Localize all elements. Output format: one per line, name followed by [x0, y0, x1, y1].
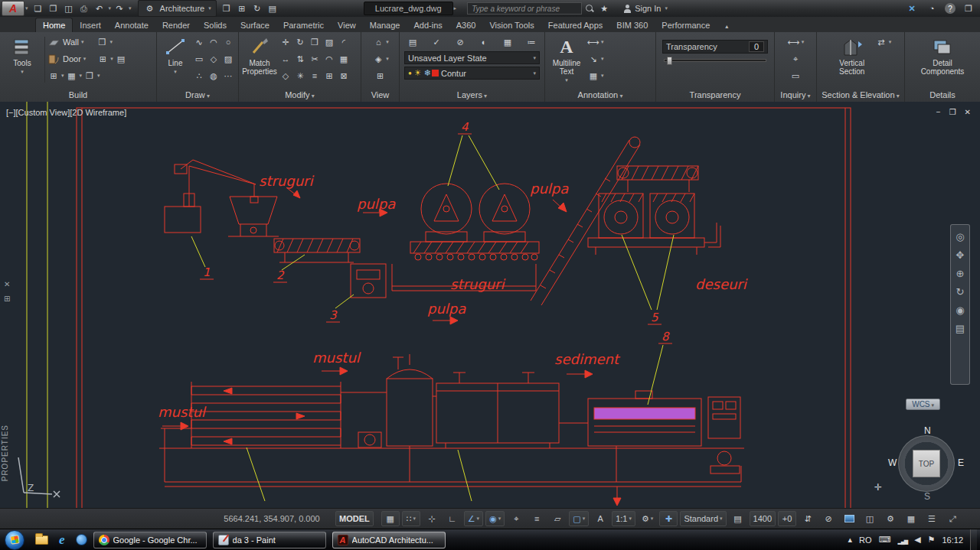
polyline-icon[interactable]: [192, 36, 206, 49]
viewcube-east[interactable]: E: [958, 457, 964, 468]
showmotion-icon[interactable]: [956, 323, 965, 334]
multiline-text-button[interactable]: A Multiline Text ▾: [547, 34, 586, 84]
tab-home[interactable]: Home: [35, 18, 73, 32]
layer-thaw-icon[interactable]: [414, 68, 422, 78]
tab-surface[interactable]: Surface: [234, 18, 276, 32]
move-icon[interactable]: [279, 36, 292, 49]
match-properties-button[interactable]: Match Properties: [240, 34, 279, 84]
settling-tank[interactable]: [433, 373, 559, 448]
properties-palette-icon[interactable]: [266, 2, 279, 15]
viewcube-west[interactable]: W: [888, 457, 897, 468]
label-num-8[interactable]: 8: [662, 330, 670, 343]
selection-cycling-toggle[interactable]: ▾: [569, 511, 589, 526]
taskbar-button-paint[interactable]: da 3 - Paint: [213, 532, 326, 548]
layer-freeze-icon[interactable]: [501, 36, 514, 49]
snap-mode-toggle[interactable]: ▾: [402, 511, 420, 526]
save-icon[interactable]: [62, 2, 76, 15]
door-arrow-icon[interactable]: ▾: [83, 56, 87, 62]
label-pulpa-right[interactable]: pulpa: [530, 181, 569, 197]
tab-a360[interactable]: A360: [449, 18, 483, 32]
dimension-arrow-icon[interactable]: ▾: [601, 39, 604, 45]
table-icon[interactable]: [586, 70, 600, 83]
grid-display-toggle[interactable]: [381, 511, 400, 526]
tab-parametric[interactable]: Parametric: [276, 18, 331, 32]
frame-fold-lines[interactable]: [27, 102, 47, 508]
arc-icon[interactable]: [207, 36, 220, 49]
customization-menu-icon[interactable]: [923, 511, 941, 526]
grid-tool-icon[interactable]: [83, 70, 96, 83]
show-desktop-button[interactable]: [970, 529, 977, 550]
workspace-switch-icon[interactable]: [659, 511, 678, 526]
sync-icon[interactable]: [250, 2, 264, 15]
viewport-scale-button[interactable]: 1:1▾: [612, 511, 635, 526]
area-icon[interactable]: [789, 70, 802, 83]
layer-color-swatch[interactable]: [432, 70, 439, 76]
layer-isolate-icon[interactable]: [477, 36, 491, 49]
document-title-arrow-icon[interactable]: ▸: [454, 5, 457, 11]
model-space-viewport[interactable]: struguri pulpa pulpa struguri pulpa dese…: [0, 102, 980, 508]
hardware-acceleration-icon[interactable]: [840, 511, 858, 526]
layer-properties-icon[interactable]: [406, 36, 420, 49]
ribbon-minimize-button[interactable]: [721, 21, 732, 32]
label-struguri-top[interactable]: struguri: [259, 173, 314, 189]
panel-label-view[interactable]: View: [361, 89, 399, 102]
break-icon[interactable]: [337, 70, 351, 83]
line-button[interactable]: Line ▾: [158, 34, 192, 84]
object-snap-tracking-toggle[interactable]: [507, 511, 525, 526]
array-icon[interactable]: [337, 53, 351, 66]
tab-featured-apps[interactable]: Featured Apps: [541, 18, 610, 32]
object-isolate-icon[interactable]: [861, 511, 879, 526]
ellipse-icon[interactable]: [207, 70, 220, 83]
tab-manage[interactable]: Manage: [363, 18, 407, 32]
window-tool-icon[interactable]: [96, 53, 109, 66]
annotation-offset-button[interactable]: +0: [778, 511, 796, 526]
label-num-2[interactable]: 2: [276, 268, 285, 282]
viewports-icon[interactable]: [374, 70, 387, 83]
settings-gear-icon[interactable]: [881, 511, 900, 526]
bottom-piping[interactable]: [165, 428, 741, 506]
redo-arrow-icon[interactable]: ▾: [129, 5, 132, 11]
layout-icon[interactable]: [220, 2, 234, 15]
model-space-canvas[interactable]: struguri pulpa pulpa struguri pulpa dese…: [0, 102, 980, 508]
ortho-mode-toggle[interactable]: [443, 511, 462, 526]
isolate-objects-icon[interactable]: [819, 511, 838, 526]
space-arrow-icon[interactable]: ▾: [110, 39, 113, 45]
sheetset-icon[interactable]: [235, 2, 249, 15]
layer-combo[interactable]: Contur ▾: [404, 67, 540, 80]
wall-label[interactable]: Wall: [63, 37, 79, 47]
tab-insert[interactable]: Insert: [73, 18, 108, 32]
named-views-icon[interactable]: [371, 53, 385, 66]
inclined-conveyor[interactable]: [531, 137, 640, 305]
copy-icon[interactable]: [308, 36, 322, 49]
sign-in-control[interactable]: Sign In ▾: [623, 4, 668, 13]
annotation-scale-icon[interactable]: [729, 511, 747, 526]
model-space-button[interactable]: MODEL: [335, 511, 374, 526]
transparency-toggle[interactable]: [548, 511, 567, 526]
label-mustul-left[interactable]: mustul: [158, 404, 207, 420]
feed-conveyor[interactable]: [274, 239, 360, 262]
dynamic-input-toggle[interactable]: [423, 511, 441, 526]
elevation-icon[interactable]: [874, 36, 888, 49]
window-restore-icon[interactable]: [962, 2, 975, 15]
wall-arrow-icon[interactable]: ▾: [81, 39, 84, 45]
control-cabinet-and-pump[interactable]: [708, 397, 740, 474]
elevation-arrow-icon[interactable]: ▾: [889, 39, 892, 45]
search-icon[interactable]: [585, 4, 594, 13]
volume-icon[interactable]: [914, 535, 920, 545]
viewcube[interactable]: TOP N S W E: [890, 427, 963, 500]
tab-view[interactable]: View: [331, 18, 363, 32]
annotation-visibility-toggle[interactable]: [591, 511, 609, 526]
dimension-icon[interactable]: [586, 36, 600, 49]
viewcube-north[interactable]: N: [924, 425, 931, 436]
crusher-feeder-machine[interactable]: [351, 264, 536, 298]
id-point-icon[interactable]: [789, 53, 802, 66]
taskbar-button-chrome[interactable]: Google - Google Chr...: [93, 532, 207, 548]
workspace-switcher[interactable]: Architecture ▾: [138, 0, 217, 17]
view-home-icon[interactable]: [371, 36, 385, 49]
drawing-close-icon[interactable]: [965, 108, 971, 116]
tab-solids[interactable]: Solids: [197, 18, 234, 32]
transparency-field[interactable]: Transparency 0: [662, 40, 768, 54]
tab-vision-tools[interactable]: Vision Tools: [482, 18, 541, 32]
open-file-icon[interactable]: [47, 2, 60, 15]
standard-style-button[interactable]: Standard▾: [680, 511, 726, 526]
